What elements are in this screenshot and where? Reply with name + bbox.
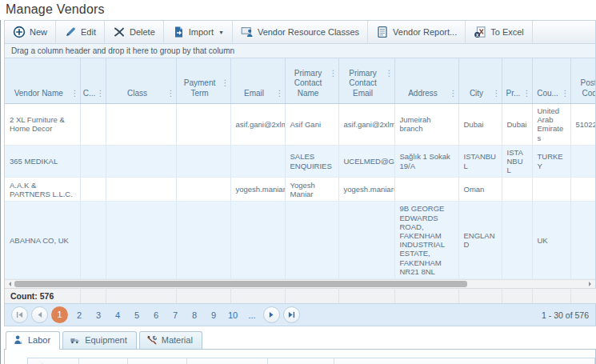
page-6[interactable]: 6 (148, 310, 164, 320)
page-10[interactable]: 10 (225, 310, 241, 320)
column-menu-icon[interactable]: ⋮ (450, 89, 457, 98)
grid-cell: ABAHNA CO, UK (5, 202, 80, 279)
vendor-report-button[interactable]: Vendor Report... (368, 21, 466, 43)
edit-button[interactable]: Edit (56, 21, 105, 43)
scroll-right-icon[interactable] (586, 280, 595, 288)
vendor-resource-classes-button[interactable]: Vendor Resource Classes (233, 21, 368, 43)
group-drop-zone[interactable]: Drag a column header and drop it here to… (5, 44, 595, 58)
page-9[interactable]: 9 (206, 310, 222, 320)
grid-cell: 510222 (570, 104, 595, 145)
column-header-postal-code[interactable]: Postal Code (570, 58, 595, 104)
tab-label: Labor (28, 335, 50, 345)
more-pages[interactable]: ... (244, 310, 260, 320)
horizontal-scrollbar[interactable] (5, 279, 595, 288)
grid-cell (80, 145, 106, 178)
count-cell (285, 289, 338, 304)
grid-cell (176, 145, 230, 178)
to-excel-button: xTo Excel (268, 358, 335, 364)
page-8[interactable]: 8 (186, 310, 202, 320)
import-file-icon (172, 26, 185, 38)
vendors-grid-body: 2 XL Furniture & Home Decorasif.gani@2xl… (5, 104, 595, 279)
column-menu-icon[interactable]: ⋮ (222, 78, 229, 88)
column-header-vendor-name[interactable]: Vendor Name⋮ (5, 58, 80, 104)
column-menu-icon[interactable]: ⋮ (523, 89, 530, 98)
tab-equipment[interactable]: Equipment (62, 331, 137, 349)
page-2[interactable]: 2 (71, 310, 87, 320)
tab-labor[interactable]: Labor (6, 331, 60, 350)
tab-material[interactable]: Material (139, 331, 202, 349)
grid-cell: ISTANBUL (502, 145, 532, 178)
grid-cell: SALES ENQUIRIES (285, 145, 338, 178)
portal-login-button: Portal Login (187, 358, 268, 364)
delete-button[interactable]: Delete (105, 21, 164, 43)
vendors-grid-header: Vendor Name⋮C...⋮Class⋮Payment Term⋮Emai… (5, 58, 595, 104)
column-menu-icon[interactable]: ⋮ (97, 89, 104, 98)
column-header-email[interactable]: Email⋮ (230, 58, 285, 104)
column-menu-icon[interactable]: ⋮ (167, 89, 174, 98)
column-header-c[interactable]: C...⋮ (80, 58, 106, 104)
table-row[interactable]: 365 MEDIKALSALES ENQUIRIESUCELMED@GMAIL.… (5, 145, 595, 178)
grid-cell (80, 178, 106, 202)
column-menu-icon[interactable]: ⋮ (493, 89, 500, 98)
import-button[interactable]: Import▼ (164, 21, 233, 43)
column-header-city[interactable]: City⋮ (458, 58, 502, 104)
go-to-last-page-button[interactable] (283, 306, 300, 323)
column-header-label: Address (397, 89, 450, 99)
table-row[interactable]: 2 XL Furniture & Home Decorasif.gani@2xl… (5, 104, 595, 145)
scrollbar-thumb[interactable] (14, 281, 467, 287)
column-header-class[interactable]: Class⋮ (106, 58, 176, 104)
to-excel-button[interactable]: xTo Excel (466, 21, 533, 43)
grid-cell (570, 202, 595, 279)
count-cell (570, 289, 596, 304)
column-menu-icon[interactable]: ⋮ (386, 69, 393, 78)
grid-cell: yogesh.maniar@gmail.com (230, 178, 285, 202)
column-header-payment-term[interactable]: Payment Term⋮ (176, 58, 230, 104)
column-menu-icon[interactable]: ⋮ (562, 89, 569, 98)
vendor-resource-classes-icon (241, 26, 254, 38)
count-cell (458, 289, 502, 304)
column-menu-icon[interactable]: ⋮ (71, 89, 78, 98)
grid-cell (106, 202, 176, 279)
grid-cell (502, 178, 532, 202)
column-header-label: Payment Term (178, 78, 222, 98)
column-header-cou[interactable]: Cou...⋮ (532, 58, 570, 104)
count-cell (502, 289, 532, 304)
page-3[interactable]: 3 (90, 310, 106, 320)
column-header-primary-contact-email[interactable]: Primary Contact Email⋮ (338, 58, 394, 104)
page-7[interactable]: 7 (167, 310, 183, 320)
column-menu-icon[interactable]: ⋮ (330, 69, 337, 78)
page-4[interactable]: 4 (110, 310, 126, 320)
to-excel-icon: x (474, 26, 486, 38)
grid-cell: 9B GEORGE EDWARDS ROAD, FAKENHAM INDUSTR… (394, 202, 458, 279)
tab-label: Material (162, 335, 193, 345)
detail-tabs: LaborEquipmentMaterial (6, 331, 596, 349)
new-plus-icon (13, 26, 26, 38)
column-header-pr[interactable]: Pr...⋮ (502, 58, 532, 104)
column-header-label: Class (108, 89, 167, 99)
scroll-left-icon[interactable] (5, 280, 14, 288)
grid-cell: Sağlık 1 Sokak 19/A (394, 145, 458, 178)
column-header-label: Postal Code (573, 78, 596, 98)
grid-cell (230, 202, 285, 279)
grid-cell (285, 202, 338, 279)
grid-cell (106, 178, 176, 202)
table-row[interactable]: A.A.K & PARTNERS L.L.C.yogesh.maniar@gma… (5, 178, 595, 202)
dropdown-caret-icon: ▼ (218, 30, 224, 35)
table-row[interactable]: ABAHNA CO, UK9B GEORGE EDWARDS ROAD, FAK… (5, 202, 595, 279)
column-header-address[interactable]: Address⋮ (394, 58, 458, 104)
count-cell (106, 289, 176, 304)
grid-cell (106, 145, 176, 178)
current-page[interactable]: 1 (51, 306, 68, 323)
page-5[interactable]: 5 (129, 310, 145, 320)
grid-cell: Dubai (502, 104, 532, 145)
grid-cell (570, 145, 595, 178)
grid-cell: Oman (458, 178, 502, 202)
toolbar-button-label: Vendor Report... (393, 27, 457, 37)
count-cell (338, 289, 394, 304)
next-page-button[interactable] (263, 306, 280, 323)
count-cell (176, 289, 230, 304)
column-header-primary-contact-name[interactable]: Primary Contact Name⋮ (285, 58, 338, 104)
go-to-first-page-button (11, 306, 28, 323)
column-menu-icon[interactable]: ⋮ (276, 89, 283, 98)
new-button[interactable]: New (5, 21, 56, 43)
